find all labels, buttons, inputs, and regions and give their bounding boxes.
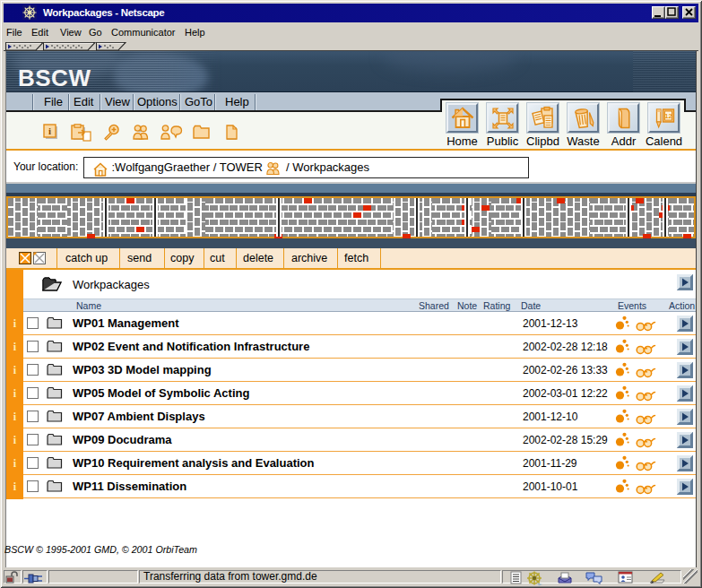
svg-text:12: 12	[664, 112, 672, 120]
svg-text:i: i	[48, 125, 51, 136]
